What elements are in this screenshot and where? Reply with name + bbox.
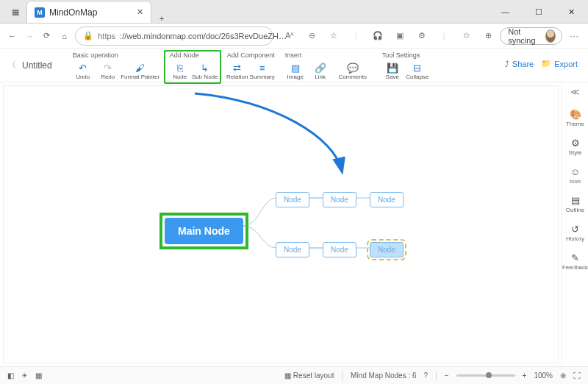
fit-center-icon[interactable]: ⊕ xyxy=(560,371,566,380)
cube-icon[interactable]: ▣ xyxy=(392,31,407,40)
export-folder-icon: 📁 xyxy=(541,59,551,68)
back-button[interactable]: ← xyxy=(6,28,19,44)
insert-image-button[interactable]: ▧Image xyxy=(284,60,307,82)
undo-button[interactable]: ↶Undo xyxy=(71,60,95,82)
reset-layout-button[interactable]: ▦ Reset layout xyxy=(284,371,334,380)
history-icon: ↺ xyxy=(571,224,579,235)
save-icon: 💾 xyxy=(387,63,398,73)
back-icon[interactable]: 〈 xyxy=(7,59,16,71)
separator: | xyxy=(435,371,437,380)
rail-outline[interactable]: ▤Outline xyxy=(562,192,588,216)
connection-lines xyxy=(4,86,559,363)
address-bar-actions: Aᴬ ⊖ ☆ | 🎧 ▣ ⚙ | ✩ ⊕ xyxy=(282,31,495,40)
favorite-star-icon[interactable]: ☆ xyxy=(326,31,341,40)
sun-icon[interactable]: ☀ xyxy=(21,371,28,380)
add-node-button[interactable]: ⎘Node xyxy=(168,60,192,82)
rail-theme[interactable]: 🎨Theme xyxy=(562,106,588,130)
sync-status-text: Not syncing xyxy=(508,27,541,45)
group-label: Add Node xyxy=(168,51,217,60)
zoom-value: 100% xyxy=(534,371,553,380)
toolbar-right: ⤴Share 📁Export xyxy=(505,51,581,68)
comment-icon: 💬 xyxy=(347,63,359,73)
app-toolbar: 〈 Untitled Basic operation ↶Undo ↷Redo 🖌… xyxy=(0,49,588,82)
fullscreen-icon[interactable]: ⛶ xyxy=(573,371,581,380)
share-button[interactable]: ⤴Share xyxy=(505,60,534,68)
favorites-list-icon[interactable]: ✩ xyxy=(459,31,473,40)
rail-history[interactable]: ↺History xyxy=(562,221,588,245)
extensions-icon[interactable]: ⚙ xyxy=(415,31,429,40)
group-add-node: Add Node ⎘Node ↳Sub Node xyxy=(164,50,221,84)
separator: | xyxy=(348,32,363,40)
group-label: Insert xyxy=(284,51,372,60)
feedback-icon: ✎ xyxy=(571,252,579,263)
theme-icon: 🎨 xyxy=(570,109,581,120)
home-button[interactable]: ⌂ xyxy=(58,28,71,44)
browser-tab[interactable]: M MindOnMap ✕ xyxy=(26,1,151,23)
new-tab-button[interactable]: + xyxy=(151,14,172,23)
summary-icon: ≡ xyxy=(259,63,265,73)
rail-collapse-icon[interactable]: ≪ xyxy=(570,87,580,102)
save-button[interactable]: 💾Save xyxy=(381,60,404,82)
mindmap-node[interactable]: Node xyxy=(323,242,356,257)
address-bar: ← → ⟳ ⌂ 🔒 https ://web.mindonmap.com/doc… xyxy=(0,24,588,49)
insert-comments-button[interactable]: 💬Comments xyxy=(334,60,372,82)
redo-button[interactable]: ↷Redo xyxy=(96,60,120,82)
brush-icon: 🖌 xyxy=(135,63,145,73)
relation-icon: ⇄ xyxy=(233,63,241,73)
lock-icon: 🔒 xyxy=(83,31,93,40)
summary-button[interactable]: ≡Summary xyxy=(251,60,274,82)
close-tab-icon[interactable]: ✕ xyxy=(137,7,143,17)
grid-icon[interactable]: ▦ xyxy=(35,371,42,380)
insert-link-button[interactable]: 🔗Link xyxy=(309,60,332,82)
more-menu-button[interactable]: ··· xyxy=(567,32,582,40)
rail-feedback[interactable]: ✎Feedback xyxy=(562,249,588,274)
refresh-button[interactable]: ⟳ xyxy=(40,28,54,44)
minimize-button[interactable]: — xyxy=(489,0,522,24)
headphones-icon[interactable]: 🎧 xyxy=(370,31,385,40)
mindmap-node[interactable]: Node xyxy=(323,192,356,207)
collections-icon[interactable]: ⊕ xyxy=(481,31,495,40)
reader-icon[interactable]: Aᴬ xyxy=(282,31,297,40)
zoom-slider[interactable] xyxy=(456,374,515,377)
zoom-out-icon[interactable]: ⊖ xyxy=(304,31,319,40)
maximize-button[interactable]: ☐ xyxy=(522,0,555,24)
main-node-highlight: Main Node xyxy=(159,213,248,249)
tab-actions-icon[interactable]: ▦ xyxy=(4,1,26,23)
rail-style[interactable]: ⚙Style xyxy=(562,135,588,159)
profile-sync-button[interactable]: Not syncing xyxy=(500,27,562,45)
undo-icon: ↶ xyxy=(79,63,87,73)
help-icon[interactable]: ? xyxy=(424,371,429,380)
rail-icon[interactable]: ☺Icon xyxy=(562,163,588,188)
palette-icon[interactable]: ◧ xyxy=(7,371,14,380)
work-area: Main Node Node Node Node Node Node Node … xyxy=(0,82,588,366)
favicon-icon: M xyxy=(35,7,45,18)
group-add-component: Add Component ⇄Relation ≡Summary xyxy=(221,51,279,82)
collapse-button[interactable]: ⊟Collapse xyxy=(406,60,429,82)
format-painter-button[interactable]: 🖌Format Painter xyxy=(121,60,159,82)
group-label: Add Component xyxy=(226,51,275,60)
main-node[interactable]: Main Node xyxy=(165,218,243,244)
status-bar: ◧ ☀ ▦ ▦ Reset layout | Mind Map Nodes : … xyxy=(0,366,588,384)
mindmap-node[interactable]: Node xyxy=(370,192,404,207)
mindmap-node[interactable]: Node xyxy=(276,192,309,207)
relation-button[interactable]: ⇄Relation xyxy=(226,60,249,82)
export-button[interactable]: 📁Export xyxy=(541,59,578,68)
zoom-in-button[interactable]: + xyxy=(523,371,527,380)
mindmap-node[interactable]: Node xyxy=(276,242,309,257)
annotation-arrow xyxy=(4,86,559,363)
forward-button[interactable]: → xyxy=(24,28,37,44)
mindmap-node-selected[interactable]: Node xyxy=(370,242,404,257)
add-sub-node-button[interactable]: ↳Sub Node xyxy=(193,60,217,82)
close-window-button[interactable]: ✕ xyxy=(555,0,588,24)
document-title[interactable]: Untitled xyxy=(22,60,52,71)
group-label: Tool Settings xyxy=(381,51,429,60)
url-input[interactable]: 🔒 https ://web.mindonmap.com/doc/26s3Rev… xyxy=(75,26,273,46)
tab-strip: ▦ M MindOnMap ✕ + xyxy=(0,0,172,23)
mindmap-canvas[interactable]: Main Node Node Node Node Node Node Node xyxy=(3,85,559,363)
zoom-out-button[interactable]: − xyxy=(445,371,449,380)
profile-avatar-icon xyxy=(545,29,556,43)
doc-header: 〈 Untitled xyxy=(7,51,67,71)
redo-icon: ↷ xyxy=(104,63,112,73)
tab-title: MindOnMap xyxy=(49,7,132,18)
url-text: ://web.mindonmap.com/doc/26s3RevDueZH… xyxy=(120,32,287,40)
